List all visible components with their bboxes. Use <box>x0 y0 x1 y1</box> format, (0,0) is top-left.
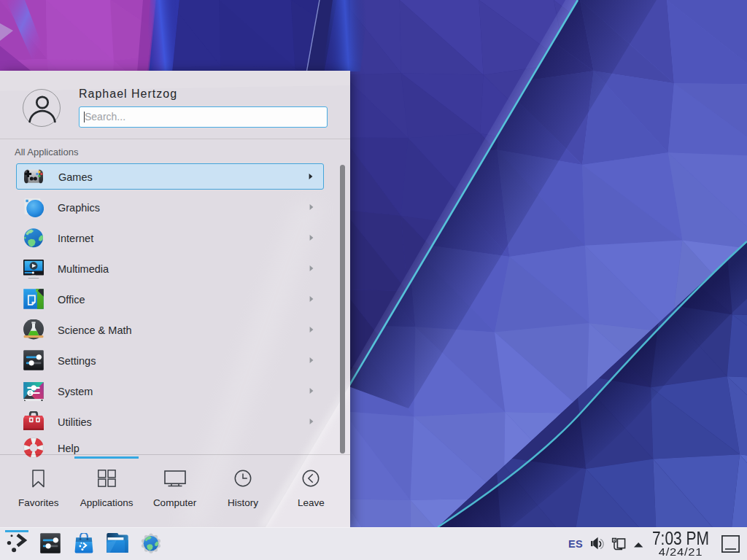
category-label: Games <box>58 171 93 183</box>
application-launcher-menu: Raphael Hertzog Search... All Applicatio… <box>0 71 350 527</box>
section-label: All Applications <box>15 147 78 158</box>
digital-clock[interactable]: 7:03 PM 4/24/21 <box>646 530 716 558</box>
favorites-icon <box>22 462 55 495</box>
tab-label: History <box>228 497 258 508</box>
tab-label: Leave <box>298 497 325 508</box>
tab-label: Applications <box>80 497 133 508</box>
category-row-games[interactable]: Games <box>16 163 324 190</box>
category-row-office[interactable]: Office <box>16 286 324 312</box>
category-label: Utilities <box>58 416 92 428</box>
category-row-utilities[interactable]: Utilities <box>16 408 324 435</box>
search-placeholder: Search... <box>85 111 125 122</box>
browser-icon <box>141 533 161 556</box>
dolphin-icon <box>107 532 128 556</box>
submenu-arrow-icon <box>309 174 313 180</box>
tab-label: Computer <box>153 497 196 508</box>
header-separator <box>0 139 350 139</box>
tab-applications[interactable]: Applications <box>72 462 140 524</box>
category-row-help[interactable]: Help <box>16 435 324 461</box>
footer-separator <box>0 454 350 455</box>
multimedia-icon <box>23 258 44 279</box>
tab-leave[interactable]: Leave <box>277 462 345 524</box>
category-label: Graphics <box>58 202 100 214</box>
show-desktop-widget[interactable] <box>721 535 740 553</box>
category-row-system[interactable]: System <box>16 378 324 404</box>
graphics-icon <box>23 197 44 217</box>
submenu-arrow-icon <box>309 388 314 394</box>
submenu-arrow-icon <box>309 235 314 241</box>
user-icon <box>23 90 61 128</box>
user-avatar[interactable] <box>23 89 61 127</box>
taskbar-system-settings[interactable] <box>34 528 67 560</box>
category-label: System <box>58 386 93 397</box>
history-icon <box>226 462 260 495</box>
applications-icon <box>90 462 123 495</box>
category-row-graphics[interactable]: Graphics <box>16 194 324 220</box>
system-tray: ES 7:03 PM 4/24/21 <box>562 528 747 560</box>
tab-favorites[interactable]: Favorites <box>4 462 72 524</box>
keyboard-layout-indicator[interactable]: ES <box>568 538 583 550</box>
office-icon <box>23 289 44 309</box>
taskbar-file-manager[interactable] <box>101 528 134 560</box>
tab-label: Favorites <box>18 497 59 508</box>
submenu-arrow-icon <box>309 419 314 425</box>
category-label: Office <box>58 294 85 306</box>
category-row-internet[interactable]: Internet <box>16 225 324 251</box>
systemsettings-icon <box>40 533 61 556</box>
application-category-list: Games Graphics Internet Multimedia Offic… <box>0 159 350 457</box>
launcher-header: Raphael Hertzog Search... <box>0 71 350 139</box>
system-icon <box>23 381 44 401</box>
category-row-settings[interactable]: Settings <box>16 347 324 373</box>
active-tab-indicator <box>74 456 139 459</box>
category-row-multimedia[interactable]: Multimedia <box>16 255 324 281</box>
clock-time: 7:03 PM <box>651 530 711 547</box>
taskbar-web-browser[interactable] <box>134 528 168 560</box>
list-scrollbar[interactable] <box>340 165 345 454</box>
network-icon[interactable] <box>611 537 626 551</box>
category-row-science-math[interactable]: Science & Math <box>16 316 324 343</box>
discover-icon <box>74 533 94 556</box>
games-icon <box>23 166 44 187</box>
category-label: Internet <box>58 233 93 244</box>
internet-icon <box>23 228 44 248</box>
submenu-arrow-icon <box>309 296 314 303</box>
category-label: Settings <box>58 355 96 367</box>
tab-computer[interactable]: Computer <box>141 462 209 524</box>
taskbar-panel: ES 7:03 PM 4/24/21 <box>0 527 747 560</box>
submenu-arrow-icon <box>309 327 314 333</box>
launcher-tab-bar: Favorites Applications Computer History … <box>4 462 345 524</box>
submenu-arrow-icon <box>309 204 314 211</box>
category-label: Multimedia <box>58 263 109 275</box>
search-input[interactable]: Search... <box>79 106 328 128</box>
science-icon <box>23 319 44 340</box>
show-desktop-icon <box>721 535 740 553</box>
computer-icon <box>158 462 192 495</box>
taskbar-application-launcher[interactable] <box>0 528 34 560</box>
clock-date: 4/24/21 <box>640 547 721 558</box>
user-name: Raphael Hertzog <box>79 88 177 101</box>
submenu-arrow-icon <box>309 265 314 272</box>
utilities-icon <box>23 411 44 432</box>
taskbar-discover-software-center[interactable] <box>67 528 101 560</box>
kali-menu-icon <box>5 532 28 558</box>
category-label: Help <box>58 443 80 454</box>
category-label: Science & Math <box>58 324 132 336</box>
tab-history[interactable]: History <box>209 462 276 524</box>
leave-icon <box>294 462 328 495</box>
settings-icon <box>23 350 44 370</box>
volume-icon[interactable] <box>589 535 607 553</box>
submenu-arrow-icon <box>309 357 314 364</box>
